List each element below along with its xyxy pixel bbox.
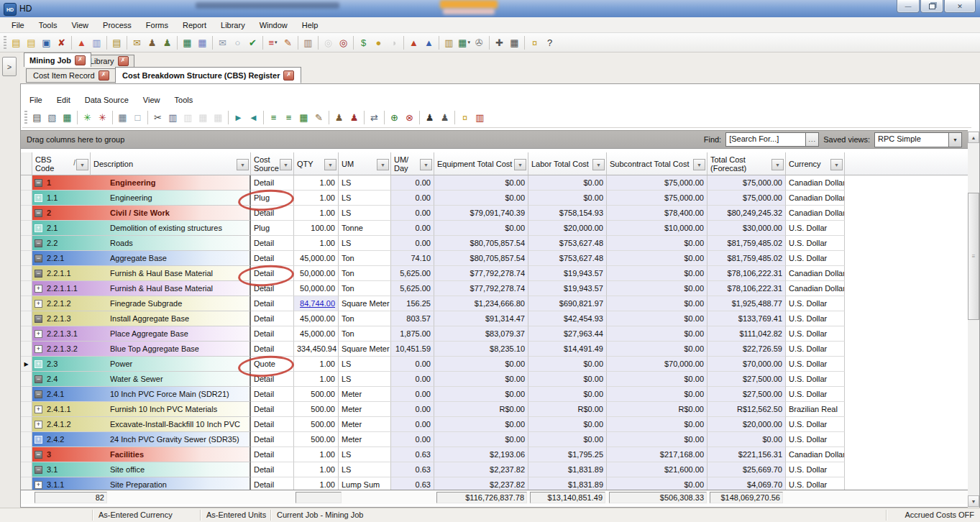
cost-source-cell[interactable]: Detail (251, 402, 294, 417)
currency-cell[interactable]: U.S. Dollar (786, 251, 845, 266)
total-cost-forecast-cell[interactable]: $4,069.70 (707, 477, 786, 490)
menu-file[interactable]: File (4, 17, 32, 33)
table-row[interactable]: +2.2.1.2Finegrade SubgradeDetail84,744.0… (21, 296, 968, 311)
header-currency[interactable]: Currency▼ (786, 152, 845, 175)
um-per-day-cell[interactable]: 0.00 (391, 175, 434, 191)
row-selector[interactable] (21, 266, 32, 281)
total-cost-forecast-cell[interactable]: $81,759,485.02 (707, 236, 786, 251)
subcontract-total-cost-cell[interactable]: R$0.00 (607, 402, 707, 417)
book-red-icon[interactable]: ▥ (472, 110, 487, 125)
labor-total-cost-cell[interactable]: $27,963.44 (528, 326, 607, 342)
table-row[interactable]: +2.4.1.1Furnish 10 Inch PVC MaterialsDet… (21, 402, 968, 417)
expand-icon[interactable]: + (35, 330, 42, 338)
cost-source-cell[interactable]: Plug (251, 191, 294, 206)
expand-icon[interactable]: + (35, 436, 42, 444)
description-cell[interactable]: Furnish & Haul Base Material (110, 266, 249, 280)
filter-dropdown-icon[interactable]: ▼ (420, 159, 432, 170)
cost-source-cell[interactable]: Detail (251, 175, 294, 191)
users-delete-icon[interactable]: ♟ (347, 110, 362, 125)
find-browse-button[interactable]: ... (805, 133, 818, 146)
labor-total-cost-cell[interactable]: $1,831.89 (528, 477, 607, 490)
subcontract-total-cost-cell[interactable]: $0.00 (607, 342, 707, 357)
cost-source-cell[interactable]: Quote (251, 357, 294, 372)
equipment-total-cost-cell[interactable]: $0.00 (434, 387, 528, 402)
menu-window[interactable]: Window (252, 17, 295, 33)
um-per-day-cell[interactable]: 0.00 (391, 357, 434, 372)
description-cell[interactable]: 24 Inch PVC Gravity Sewer (SDR35) (110, 432, 249, 447)
insert-window-icon[interactable]: ▦ (115, 110, 130, 125)
cbs-code-cell[interactable]: 2.2.1 (45, 251, 110, 265)
subcontract-total-cost-cell[interactable]: $217,168.00 (607, 447, 707, 462)
equipment-total-cost-cell[interactable]: $2,237.82 (434, 477, 528, 490)
print-preview-icon[interactable]: ▧ (45, 110, 60, 125)
equipment-total-cost-cell[interactable]: R$0.00 (434, 402, 528, 417)
table-row[interactable]: +1.1EngineeringPlug1.00LS0.00$0.00$0.00$… (21, 191, 968, 206)
table-row[interactable]: +2.4.1.2Excavate-Install-Backfill 10 Inc… (21, 417, 968, 432)
row-selector[interactable] (21, 462, 32, 477)
cost-source-cell[interactable]: Detail (251, 311, 294, 326)
subcontract-total-cost-cell[interactable]: $0.00 (607, 251, 707, 266)
row-selector[interactable] (21, 221, 32, 236)
collapse-icon[interactable]: − (35, 179, 42, 187)
new-project-icon[interactable]: ▤ (9, 35, 24, 50)
sort-colors-icon[interactable]: ≡▾ (265, 35, 280, 50)
panel-expander-button[interactable]: > (2, 57, 17, 76)
row-selector[interactable] (21, 387, 32, 402)
labor-total-cost-cell[interactable]: $42,454.93 (528, 311, 607, 326)
header-equipment-total-cost[interactable]: Equipment Total Cost▼ (434, 152, 528, 175)
row-selector[interactable] (21, 447, 32, 462)
qty-cell[interactable]: 1.00 (294, 462, 339, 477)
labor-total-cost-cell[interactable]: R$0.00 (528, 402, 607, 417)
cbs-row-band[interactable]: −2.2.1.1Furnish & Haul Base Material (32, 266, 251, 281)
qty-cell[interactable]: 1.00 (294, 477, 339, 490)
restore-button[interactable] (920, 0, 943, 13)
labor-total-cost-cell[interactable]: $690,821.97 (528, 296, 607, 311)
filter-dropdown-icon[interactable]: ▼ (592, 159, 605, 170)
qty-cell[interactable]: 334,450.94 (294, 342, 339, 357)
inner-menu-data-source[interactable]: Data Source (78, 92, 136, 106)
cbs-row-band[interactable]: −2Civil / Site Work (32, 206, 251, 221)
table-row[interactable]: −2.4.110 Inch PVC Force Main (SDR21)Deta… (21, 387, 968, 402)
um-per-day-cell[interactable]: 74.10 (391, 251, 434, 266)
cost-source-cell[interactable]: Detail (251, 296, 294, 311)
um-cell[interactable]: Ton (339, 311, 391, 326)
table-row[interactable]: −2.2.1.1Furnish & Haul Base MaterialDeta… (21, 266, 968, 281)
qty-cell[interactable]: 1.00 (294, 236, 339, 251)
collapse-icon[interactable]: − (35, 375, 42, 383)
cbs-code-cell[interactable]: 2.2.1.1 (45, 266, 110, 280)
currency-cell[interactable]: Canadian Dollar (786, 175, 845, 191)
description-cell[interactable]: Engineering (110, 191, 249, 205)
cost-source-cell[interactable]: Plug (251, 221, 294, 236)
scroll-up-arrow[interactable]: ▲ (968, 132, 979, 143)
cbs-code-cell[interactable]: 2.4.1.1 (45, 402, 110, 416)
total-cost-forecast-cell[interactable]: $78,106,222.31 (707, 266, 786, 281)
cbs-code-cell[interactable]: 3.1.1 (45, 477, 110, 490)
cost-source-cell[interactable]: Detail (251, 206, 294, 221)
cost-source-cell[interactable]: Detail (251, 462, 294, 477)
equipment-total-cost-cell[interactable]: $80,705,857.54 (434, 251, 528, 266)
row-selector[interactable] (21, 372, 32, 387)
filter-dropdown-icon[interactable]: ▼ (514, 159, 526, 170)
doc-tab-mining-job[interactable]: Mining Job✗ (24, 52, 91, 67)
user-comment-icon[interactable]: ♟ (331, 110, 347, 125)
um-cell[interactable]: LS (339, 236, 391, 251)
cost-source-cell[interactable]: Detail (251, 251, 294, 266)
um-per-day-cell[interactable]: 0.63 (391, 477, 434, 490)
description-cell[interactable]: Civil / Site Work (110, 206, 249, 220)
um-cell[interactable]: Meter (339, 432, 391, 447)
um-cell[interactable]: LS (339, 372, 391, 387)
collapse-icon[interactable]: − (35, 451, 42, 459)
excel-export-icon[interactable]: ▦▾ (457, 35, 472, 50)
tag-check-icon[interactable]: ✔ (245, 35, 260, 50)
pyramid-chart-icon[interactable]: ▲ (74, 35, 89, 50)
description-cell[interactable]: Demolition of existing structures (110, 221, 249, 235)
subcontract-total-cost-cell[interactable]: $0.00 (607, 417, 707, 432)
cbs-code-cell[interactable]: 2.4.1.2 (45, 417, 110, 431)
header-labor-total-cost[interactable]: Labor Total Cost▼ (528, 152, 607, 175)
collapse-icon[interactable]: − (35, 466, 42, 474)
row-selector[interactable] (21, 175, 32, 191)
swap-windows-icon[interactable]: ⇄ (367, 110, 382, 125)
save-icon[interactable]: ▣ (39, 35, 54, 50)
header-um[interactable]: UM▼ (339, 152, 391, 175)
chevron-down-icon[interactable]: ▼ (948, 133, 961, 147)
